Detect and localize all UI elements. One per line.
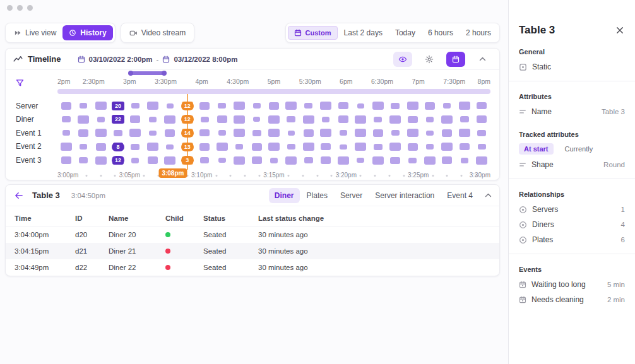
timeline-bar[interactable] <box>407 102 418 110</box>
timeline-bar[interactable] <box>201 117 209 122</box>
timeline-bar[interactable] <box>374 117 382 122</box>
timeline-bar[interactable] <box>96 143 106 151</box>
timeline-bar[interactable] <box>443 103 451 109</box>
timeline-bar[interactable] <box>408 143 418 151</box>
table-row[interactable]: 3:04:00pmd20Diner 20Seated30 minutes ago <box>6 226 499 243</box>
table-row[interactable]: 3:04:49pmd22Diner 22Seated30 minutes ago <box>6 259 499 276</box>
timeline-bar[interactable] <box>234 115 245 124</box>
timeline-bar[interactable] <box>252 156 262 164</box>
timeline-bar[interactable] <box>199 102 210 110</box>
timeline-bar[interactable] <box>304 103 312 109</box>
timeline-bar[interactable] <box>61 102 71 110</box>
timeline-bar[interactable] <box>424 156 436 165</box>
timeline-bar[interactable] <box>270 158 278 163</box>
timeline-bar[interactable] <box>131 144 139 150</box>
timeline-bar[interactable] <box>287 144 295 150</box>
timeline-bar[interactable] <box>218 130 226 136</box>
timeline-bar[interactable] <box>62 116 71 122</box>
timeline-bar[interactable] <box>303 115 314 124</box>
timeline-bar[interactable] <box>441 115 453 124</box>
timeline-bar[interactable] <box>357 158 364 163</box>
timeline-bar[interactable] <box>389 143 401 151</box>
timeline-bar[interactable] <box>234 156 245 165</box>
close-sidebar-button[interactable] <box>615 25 625 35</box>
custom-button[interactable]: Custom <box>288 26 338 40</box>
timeline-bar[interactable] <box>389 115 401 124</box>
timeline-bar[interactable] <box>62 130 70 136</box>
timeline-bar[interactable] <box>147 102 158 110</box>
timeline-bar[interactable] <box>425 102 435 110</box>
timeline-bar[interactable] <box>234 129 245 137</box>
timeline-bar[interactable] <box>78 115 89 124</box>
video-stream-button[interactable]: Video stream <box>123 25 192 40</box>
timeline-bar[interactable] <box>477 102 487 109</box>
timeline-bar[interactable] <box>320 102 331 110</box>
timeline-bar[interactable] <box>95 156 107 165</box>
timeline-bar[interactable] <box>340 130 347 136</box>
timeline-bar[interactable] <box>129 129 141 137</box>
timeline-bar[interactable] <box>321 156 331 164</box>
timeline-bar[interactable] <box>373 129 383 137</box>
timeline-bar[interactable] <box>372 102 384 110</box>
timeline-bar[interactable] <box>355 129 366 137</box>
window-dot[interactable] <box>27 5 33 11</box>
timeline-bar[interactable] <box>477 115 487 123</box>
timeline-bar[interactable] <box>426 117 434 122</box>
timeline-bar[interactable] <box>285 156 297 165</box>
timeline-bar[interactable] <box>235 144 243 150</box>
timeline-bar[interactable] <box>357 103 364 109</box>
timeline-bar[interactable] <box>459 102 470 110</box>
timeline-bar[interactable] <box>338 115 348 123</box>
timeline-bar[interactable] <box>338 102 348 109</box>
timeline-bar[interactable] <box>78 129 88 137</box>
timeline-bar[interactable] <box>218 158 226 163</box>
timeline-bar[interactable] <box>407 129 418 137</box>
6-hours-button[interactable]: 6 hours <box>422 25 460 40</box>
tab-plates[interactable]: Plates <box>301 188 333 203</box>
timeline-bar[interactable] <box>218 103 226 109</box>
back-button[interactable] <box>13 191 25 201</box>
last-2-days-button[interactable]: Last 2 days <box>338 25 389 40</box>
timeline-bar[interactable] <box>95 102 107 110</box>
timeline-bar[interactable] <box>148 156 158 164</box>
timeline-bar[interactable] <box>253 117 260 122</box>
timeline-bar[interactable] <box>338 156 349 165</box>
timeline-bar[interactable] <box>164 156 175 165</box>
selected-time-label[interactable]: 3:08pm <box>158 168 187 178</box>
tab-server-interaction[interactable]: Server interaction <box>369 188 440 203</box>
timeline-bar[interactable] <box>442 129 452 137</box>
timeline-bar[interactable] <box>355 143 366 151</box>
timeline-bar[interactable] <box>269 102 279 110</box>
timeline-bar[interactable] <box>459 129 470 137</box>
calendar-mode-button[interactable] <box>446 52 465 67</box>
live-view-button[interactable]: Live view <box>8 25 62 40</box>
timeline-bar[interactable] <box>478 144 486 150</box>
timeline-bar[interactable] <box>391 130 400 136</box>
date-range-picker[interactable]: 03/10/2022 2:00pm - 03/12/2022 8:00pm <box>78 56 238 63</box>
timeline-bar[interactable] <box>149 131 157 136</box>
timeline-bar[interactable] <box>97 117 105 122</box>
timeline-bar[interactable] <box>304 129 314 137</box>
timeline-bar[interactable] <box>303 143 314 151</box>
timeline-bar[interactable] <box>426 131 434 136</box>
timeline-bar[interactable] <box>426 144 434 150</box>
timeline-bar[interactable] <box>441 143 453 151</box>
timeline-bar[interactable] <box>199 143 210 151</box>
window-dot[interactable] <box>17 5 23 11</box>
overview-strip[interactable] <box>57 89 490 94</box>
timeline-bar[interactable] <box>442 156 452 164</box>
timeline-bar[interactable] <box>234 102 245 110</box>
sidebar-item-servers[interactable]: Servers1 <box>519 202 625 217</box>
timeline-bar[interactable] <box>200 157 209 163</box>
history-button[interactable]: History <box>62 25 112 40</box>
timeline-bar[interactable] <box>165 129 175 137</box>
sidebar-item-shape[interactable]: ShapeRound <box>519 157 625 172</box>
chip-currently[interactable]: Currently <box>560 143 598 155</box>
timeline-bar[interactable] <box>167 103 174 109</box>
timeline-bar[interactable] <box>374 144 383 150</box>
timeline-bar[interactable] <box>61 143 72 151</box>
chip-at-start[interactable]: At start <box>519 143 554 155</box>
sidebar-item-plates[interactable]: Plates6 <box>519 232 625 247</box>
timeline-bar[interactable] <box>147 143 158 151</box>
timeline-bar[interactable] <box>476 156 487 165</box>
